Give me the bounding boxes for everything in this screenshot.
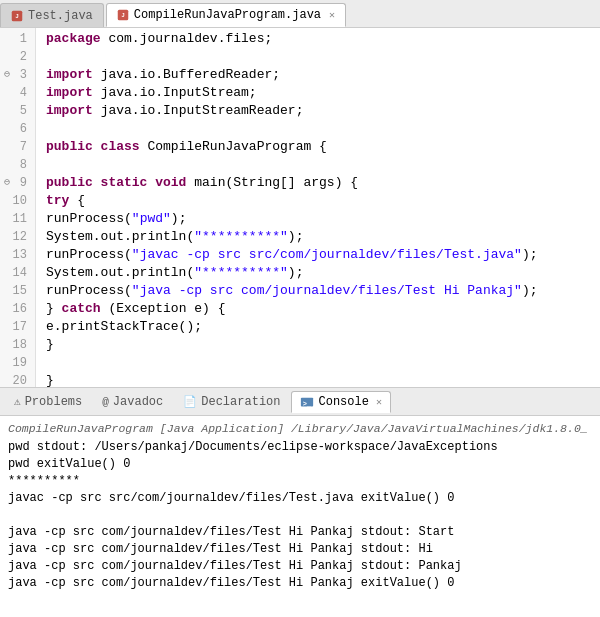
console-line-4 [8, 507, 592, 524]
console-line-0: pwd stdout: /Users/pankaj/Documents/ecli… [8, 439, 592, 456]
code-line-18: } [46, 336, 600, 354]
code-line-5: import java.io.InputStreamReader; [46, 102, 600, 120]
code-line-10: try { [46, 192, 600, 210]
javadoc-icon: @ [102, 396, 109, 408]
code-line-6 [46, 120, 600, 138]
tab-problems-label: Problems [25, 395, 83, 409]
code-line-2 [46, 48, 600, 66]
code-line-14: System.out.println("**********"); [46, 264, 600, 282]
java-icon: J [11, 10, 23, 22]
line-number-13: 13 [4, 246, 31, 264]
code-line-20: } [46, 372, 600, 387]
tab-declaration[interactable]: 📄 Declaration [174, 391, 289, 413]
line-number-20: 20 [4, 372, 31, 388]
line-number-12: 12 [4, 228, 31, 246]
tab-test-java-label: Test.java [28, 9, 93, 23]
line-number-15: 15 [4, 282, 31, 300]
java-icon-active: J [117, 9, 129, 21]
panel-tab-bar: ⚠ Problems @ Javadoc 📄 Declaration >_ Co… [0, 388, 600, 416]
tab-close-button[interactable]: ✕ [329, 9, 335, 21]
line-number-11: 11 [4, 210, 31, 228]
line-number-14: 14 [4, 264, 31, 282]
line-number-1: 1 [4, 30, 31, 48]
collapse-arrow-9[interactable]: ⊖ [4, 174, 10, 192]
code-line-19 [46, 354, 600, 372]
tab-bar: J Test.java J CompileRunJavaProgram.java… [0, 0, 600, 28]
console-line-5: java -cp src com/journaldev/files/Test H… [8, 524, 592, 541]
console-line-6: java -cp src com/journaldev/files/Test H… [8, 541, 592, 558]
tab-javadoc[interactable]: @ Javadoc [93, 391, 172, 413]
console-line-7: java -cp src com/journaldev/files/Test H… [8, 558, 592, 575]
line-number-3: ⊖3 [4, 66, 31, 84]
line-number-6: 6 [4, 120, 31, 138]
console-line-3: javac -cp src src/com/journaldev/files/T… [8, 490, 592, 507]
line-number-10: 10 [4, 192, 31, 210]
code-line-13: runProcess("javac -cp src src/com/journa… [46, 246, 600, 264]
console-output[interactable]: CompileRunJavaProgram [Java Application]… [0, 416, 600, 617]
problems-icon: ⚠ [14, 395, 21, 408]
code-content[interactable]: package com.journaldev.files;import java… [36, 28, 600, 387]
line-number-9: ⊖9 [4, 174, 31, 192]
code-line-11: runProcess("pwd"); [46, 210, 600, 228]
line-number-19: 19 [4, 354, 31, 372]
code-line-16: } catch (Exception e) { [46, 300, 600, 318]
tab-declaration-label: Declaration [201, 395, 280, 409]
code-line-15: runProcess("java -cp src com/journaldev/… [46, 282, 600, 300]
line-number-17: 17 [4, 318, 31, 336]
line-number-18: 18 [4, 336, 31, 354]
editor-area: 12⊖345678⊖9101112131415161718192021⊖22 p… [0, 28, 600, 388]
console-line-1: pwd exitValue() 0 [8, 456, 592, 473]
line-number-5: 5 [4, 102, 31, 120]
console-line-2: ********** [8, 473, 592, 490]
collapse-arrow-3[interactable]: ⊖ [4, 66, 10, 84]
code-line-17: e.printStackTrace(); [46, 318, 600, 336]
line-number-4: 4 [4, 84, 31, 102]
svg-text:J: J [121, 12, 125, 19]
code-line-1: package com.journaldev.files; [46, 30, 600, 48]
tab-console[interactable]: >_ Console ✕ [291, 391, 390, 413]
code-line-7: public class CompileRunJavaProgram { [46, 138, 600, 156]
code-line-12: System.out.println("**********"); [46, 228, 600, 246]
code-line-3: import java.io.BufferedReader; [46, 66, 600, 84]
line-number-16: 16 [4, 300, 31, 318]
console-line-8: java -cp src com/journaldev/files/Test H… [8, 575, 592, 592]
line-number-2: 2 [4, 48, 31, 66]
tab-javadoc-label: Javadoc [113, 395, 163, 409]
console-terminated-line: CompileRunJavaProgram [Java Application]… [8, 420, 592, 437]
line-number-8: 8 [4, 156, 31, 174]
tab-compile-run-java-label: CompileRunJavaProgram.java [134, 8, 321, 22]
code-line-8 [46, 156, 600, 174]
tab-problems[interactable]: ⚠ Problems [5, 391, 91, 413]
tab-console-label: Console [318, 395, 368, 409]
svg-text:J: J [15, 13, 19, 20]
line-number-7: 7 [4, 138, 31, 156]
console-icon: >_ [300, 395, 314, 409]
code-line-4: import java.io.InputStream; [46, 84, 600, 102]
svg-text:>_: >_ [303, 399, 312, 407]
console-close-icon[interactable]: ✕ [376, 396, 382, 408]
tab-compile-run-java[interactable]: J CompileRunJavaProgram.java ✕ [106, 3, 346, 27]
line-numbers: 12⊖345678⊖9101112131415161718192021⊖22 [0, 28, 36, 387]
tab-test-java[interactable]: J Test.java [0, 3, 104, 27]
code-line-9: public static void main(String[] args) { [46, 174, 600, 192]
declaration-icon: 📄 [183, 395, 197, 408]
